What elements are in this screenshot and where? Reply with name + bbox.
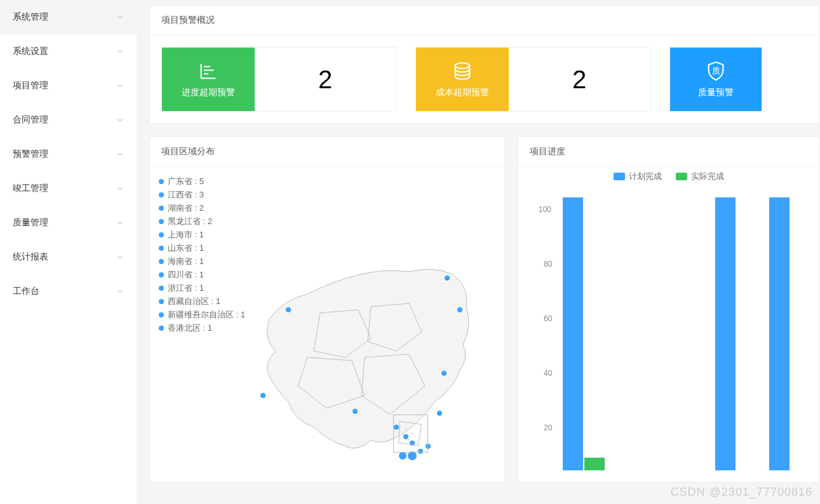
alert-label: 进度超期预警 [182, 87, 235, 98]
dot-icon [159, 232, 164, 237]
progress-title: 项目进度 [518, 137, 819, 167]
bar-actual[interactable] [584, 458, 605, 470]
svg-point-18 [408, 451, 417, 460]
coins-icon [452, 60, 473, 82]
alert-value: 2 [255, 48, 396, 111]
region-item: 西藏自治区 : 1 [159, 295, 245, 308]
dot-icon [159, 272, 164, 277]
bar-planned[interactable] [715, 197, 736, 470]
watermark: CSDN @2301_77700816 [671, 486, 812, 499]
chevron-down-icon [116, 82, 124, 90]
dot-icon [159, 192, 164, 197]
region-title: 项目区域分布 [150, 137, 504, 167]
sidebar-item-label: 合同管理 [13, 114, 48, 126]
dot-icon [159, 179, 164, 184]
sidebar: 系统管理 系统设置 项目管理 合同管理 预警管理 竣工管理 质量管理 统计报表 … [0, 0, 137, 504]
chart-icon [198, 60, 219, 82]
alert-value: 2 [509, 48, 650, 111]
region-item: 江西省 : 3 [159, 188, 245, 201]
bar-planned[interactable] [563, 197, 583, 470]
region-panel: 项目区域分布 广东省 : 5 江西省 : 3 湖南省 : 2 黑龙江省 : 2 … [149, 136, 505, 482]
chart-legend: 计划完成 实际完成 [518, 171, 819, 182]
alert-card-quality[interactable]: 质 质量预警 [669, 47, 762, 112]
sidebar-item-project-mgmt[interactable]: 项目管理 [0, 69, 137, 103]
dot-icon [159, 246, 164, 251]
dot-icon [159, 312, 164, 317]
svg-point-13 [437, 411, 442, 416]
y-tick: 20 [544, 423, 552, 432]
dot-icon [159, 326, 164, 331]
sidebar-item-label: 质量管理 [13, 217, 48, 229]
sidebar-item-completion-mgmt[interactable]: 竣工管理 [0, 171, 137, 206]
sidebar-item-stats-report[interactable]: 统计报表 [0, 240, 137, 274]
progress-panel: 项目进度 计划完成 实际完成 100 80 60 40 20 [518, 136, 820, 482]
map-inset-icon [393, 414, 428, 453]
svg-point-21 [405, 428, 407, 429]
svg-point-9 [286, 307, 291, 312]
sidebar-item-label: 竣工管理 [13, 183, 48, 194]
alert-label: 质量预警 [698, 87, 734, 98]
y-tick: 80 [544, 260, 552, 269]
overview-title: 项目预警概况 [150, 6, 819, 36]
alert-card-left: 质 质量预警 [670, 48, 762, 111]
alert-card-left: 进度超期预警 [162, 48, 255, 111]
chevron-down-icon [116, 13, 124, 21]
alert-card-progress[interactable]: 进度超期预警 2 [161, 47, 396, 112]
chevron-down-icon [116, 288, 124, 295]
shield-icon: 质 [705, 60, 727, 82]
alert-cards: 进度超期预警 2 成本超期预警 2 [161, 47, 808, 112]
sidebar-item-label: 统计报表 [13, 251, 48, 263]
bar-planned[interactable] [769, 197, 790, 470]
sidebar-item-label: 预警管理 [13, 149, 48, 160]
main-content: 项目预警概况 进度超期预警 2 [149, 0, 820, 504]
alert-label: 成本超期预警 [436, 87, 489, 98]
china-map[interactable] [244, 249, 498, 465]
dot-icon [159, 219, 164, 224]
region-item: 山东省 : 1 [159, 241, 245, 255]
chart-body: 计划完成 实际完成 100 80 60 40 20 [518, 171, 819, 482]
chevron-down-icon [116, 48, 124, 55]
chevron-down-icon [116, 150, 124, 158]
chevron-down-icon [116, 219, 124, 227]
y-tick: 60 [544, 314, 552, 323]
svg-text:质: 质 [712, 66, 720, 76]
alert-card-left: 成本超期预警 [416, 48, 509, 111]
y-tick: 40 [544, 369, 552, 378]
region-item: 广东省 : 5 [159, 175, 245, 188]
overview-panel: 项目预警概况 进度超期预警 2 [149, 5, 820, 124]
legend-swatch-icon [676, 173, 687, 180]
svg-point-7 [445, 275, 450, 281]
dot-icon [159, 286, 164, 291]
svg-point-8 [457, 307, 462, 312]
map-body: 广东省 : 5 江西省 : 3 湖南省 : 2 黑龙江省 : 2 上海市 : 1… [150, 167, 504, 478]
svg-point-11 [353, 409, 358, 414]
sidebar-item-label: 项目管理 [13, 80, 48, 91]
region-item: 四川省 : 1 [159, 268, 245, 281]
chevron-down-icon [116, 253, 124, 261]
legend-swatch-icon [614, 173, 625, 180]
legend-planned[interactable]: 计划完成 [614, 171, 662, 182]
sidebar-item-quality-mgmt[interactable]: 质量管理 [0, 206, 137, 240]
region-list: 广东省 : 5 江西省 : 3 湖南省 : 2 黑龙江省 : 2 上海市 : 1… [159, 175, 245, 335]
region-item: 海南省 : 1 [159, 255, 245, 268]
sidebar-item-system-settings[interactable]: 系统设置 [0, 34, 137, 69]
svg-point-17 [399, 452, 407, 460]
region-item: 新疆维吾尔自治区 : 1 [159, 308, 245, 321]
sidebar-item-contract-mgmt[interactable]: 合同管理 [0, 103, 137, 137]
svg-point-23 [408, 439, 410, 441]
sidebar-item-system-mgmt[interactable]: 系统管理 [0, 0, 137, 34]
sidebar-item-label: 工作台 [13, 286, 39, 297]
dot-icon [159, 206, 164, 211]
dot-icon [159, 259, 164, 264]
sidebar-item-alert-mgmt[interactable]: 预警管理 [0, 137, 137, 171]
region-item: 黑龙江省 : 2 [159, 215, 245, 228]
svg-point-22 [412, 433, 413, 434]
svg-point-12 [441, 371, 447, 376]
dot-icon [159, 299, 164, 304]
sidebar-item-workbench[interactable]: 工作台 [0, 274, 137, 308]
sidebar-item-label: 系统管理 [13, 11, 48, 23]
alert-card-cost[interactable]: 成本超期预警 2 [415, 47, 650, 112]
region-item: 湖南省 : 2 [159, 201, 245, 215]
legend-actual[interactable]: 实际完成 [676, 171, 724, 182]
chevron-down-icon [116, 116, 124, 124]
